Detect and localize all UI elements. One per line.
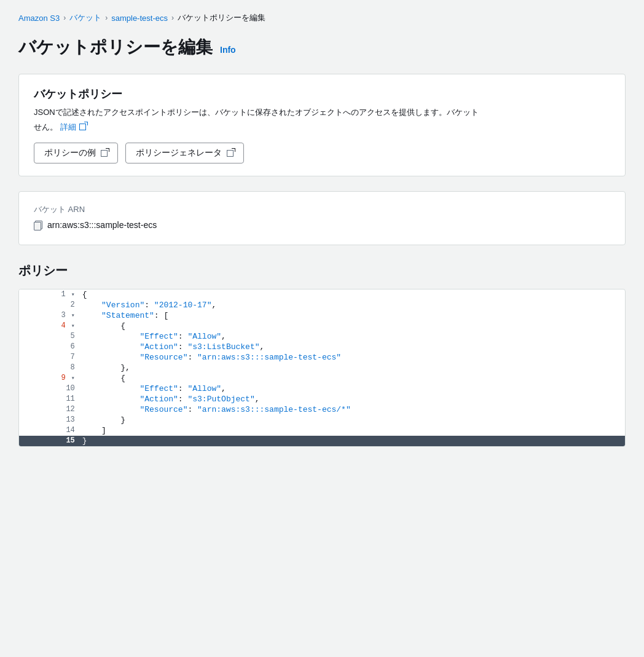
line-content-8: }, bbox=[80, 363, 625, 373]
line-number-14: 14 bbox=[19, 425, 80, 436]
breadcrumb-bucket-name[interactable]: sample-test-ecs bbox=[111, 14, 168, 23]
line-number-3: 3 ▾ bbox=[19, 310, 80, 321]
code-line-7: 7 "Resource": "arn:aws:s3:::sample-test-… bbox=[19, 352, 625, 363]
card-description: JSONで記述されたアクセスポイントポリシーは、バケットに保存されたオブジェクト… bbox=[34, 106, 610, 119]
line-number-2: 2 bbox=[19, 300, 80, 310]
detail-link[interactable]: 詳細 bbox=[60, 121, 86, 133]
line-content-15: } bbox=[80, 436, 625, 446]
code-line-6: 6 "Action": "s3:ListBucket", bbox=[19, 342, 625, 352]
code-line-1: 1 ▾ { bbox=[19, 289, 625, 300]
code-line-9: 9 ▾ { bbox=[19, 373, 625, 384]
page-container: Amazon S3 › バケット › sample-test-ecs › バケッ… bbox=[0, 0, 644, 657]
info-link[interactable]: Info bbox=[220, 45, 236, 55]
line-content-1: { bbox=[80, 289, 625, 300]
code-line-5: 5 "Effect": "Allow", bbox=[19, 331, 625, 342]
line-number-1: 1 ▾ bbox=[19, 289, 80, 300]
line-content-6: "Action": "s3:ListBucket", bbox=[80, 342, 625, 352]
policy-section: ポリシー 1 ▾ { 2 "Version": "2012-10-17", 3 … bbox=[18, 262, 626, 447]
policy-section-title: ポリシー bbox=[18, 262, 626, 279]
arn-row: arn:aws:s3:::sample-test-ecs bbox=[34, 220, 610, 230]
line-number-11: 11 bbox=[19, 394, 80, 404]
external-icon bbox=[79, 124, 86, 130]
code-line-13: 13 } bbox=[19, 415, 625, 425]
line-content-13: } bbox=[80, 415, 625, 425]
breadcrumb-amazon-s3[interactable]: Amazon S3 bbox=[18, 14, 60, 23]
code-line-10: 10 "Effect": "Allow", bbox=[19, 384, 625, 394]
line-number-9: 9 ▾ bbox=[19, 373, 80, 384]
arn-section: バケット ARN arn:aws:s3:::sample-test-ecs bbox=[18, 191, 626, 245]
breadcrumb: Amazon S3 › バケット › sample-test-ecs › バケッ… bbox=[18, 12, 626, 23]
policy-generator-button[interactable]: ポリシージェネレータ bbox=[125, 143, 244, 163]
policy-generator-external-icon bbox=[227, 150, 234, 157]
code-lines: 1 ▾ { 2 "Version": "2012-10-17", 3 ▾ "St… bbox=[19, 289, 625, 446]
line-content-9: { bbox=[80, 373, 625, 384]
line-number-5: 5 bbox=[19, 331, 80, 342]
breadcrumb-current: バケットポリシーを編集 bbox=[178, 12, 265, 23]
breadcrumb-buckets[interactable]: バケット bbox=[69, 12, 101, 23]
line-number-15: 15 bbox=[19, 436, 80, 446]
code-line-8: 8 }, bbox=[19, 363, 625, 373]
code-line-2: 2 "Version": "2012-10-17", bbox=[19, 300, 625, 310]
arn-label: バケット ARN bbox=[34, 204, 610, 215]
line-number-4: 4 ▾ bbox=[19, 321, 80, 331]
copy-icon[interactable] bbox=[34, 221, 42, 229]
line-number-6: 6 bbox=[19, 342, 80, 352]
line-content-10: "Effect": "Allow", bbox=[80, 384, 625, 394]
code-line-15: 15 } bbox=[19, 436, 625, 446]
policy-example-external-icon bbox=[101, 150, 108, 157]
card-title: バケットポリシー bbox=[34, 87, 610, 101]
line-content-4: { bbox=[80, 321, 625, 331]
code-line-3: 3 ▾ "Statement": [ bbox=[19, 310, 625, 321]
line-content-5: "Effect": "Allow", bbox=[80, 331, 625, 342]
page-title: バケットポリシーを編集 bbox=[18, 36, 213, 59]
line-content-7: "Resource": "arn:aws:s3:::sample-test-ec… bbox=[80, 352, 625, 363]
line-content-11: "Action": "s3:PutObject", bbox=[80, 394, 625, 404]
card-description-2: せん。 詳細 bbox=[34, 121, 610, 133]
line-content-3: "Statement": [ bbox=[80, 310, 625, 321]
code-editor[interactable]: 1 ▾ { 2 "Version": "2012-10-17", 3 ▾ "St… bbox=[18, 289, 626, 447]
button-row: ポリシーの例 ポリシージェネレータ bbox=[34, 143, 610, 163]
breadcrumb-sep-2: › bbox=[105, 14, 108, 22]
arn-value: arn:aws:s3:::sample-test-ecs bbox=[47, 220, 157, 230]
code-line-14: 14 ] bbox=[19, 425, 625, 436]
line-number-13: 13 bbox=[19, 415, 80, 425]
code-line-4: 4 ▾ { bbox=[19, 321, 625, 331]
line-number-8: 8 bbox=[19, 363, 80, 373]
page-title-row: バケットポリシーを編集 Info bbox=[18, 36, 626, 59]
line-number-10: 10 bbox=[19, 384, 80, 394]
breadcrumb-sep-3: › bbox=[171, 14, 174, 22]
line-content-14: ] bbox=[80, 425, 625, 436]
code-line-12: 12 "Resource": "arn:aws:s3:::sample-test… bbox=[19, 404, 625, 415]
line-number-12: 12 bbox=[19, 404, 80, 415]
code-line-11: 11 "Action": "s3:PutObject", bbox=[19, 394, 625, 404]
policy-example-button[interactable]: ポリシーの例 bbox=[34, 143, 118, 163]
line-content-2: "Version": "2012-10-17", bbox=[80, 300, 625, 310]
breadcrumb-sep-1: › bbox=[63, 14, 66, 22]
bucket-policy-card: バケットポリシー JSONで記述されたアクセスポイントポリシーは、バケットに保存… bbox=[18, 74, 626, 176]
line-content-12: "Resource": "arn:aws:s3:::sample-test-ec… bbox=[80, 404, 625, 415]
line-number-7: 7 bbox=[19, 352, 80, 363]
